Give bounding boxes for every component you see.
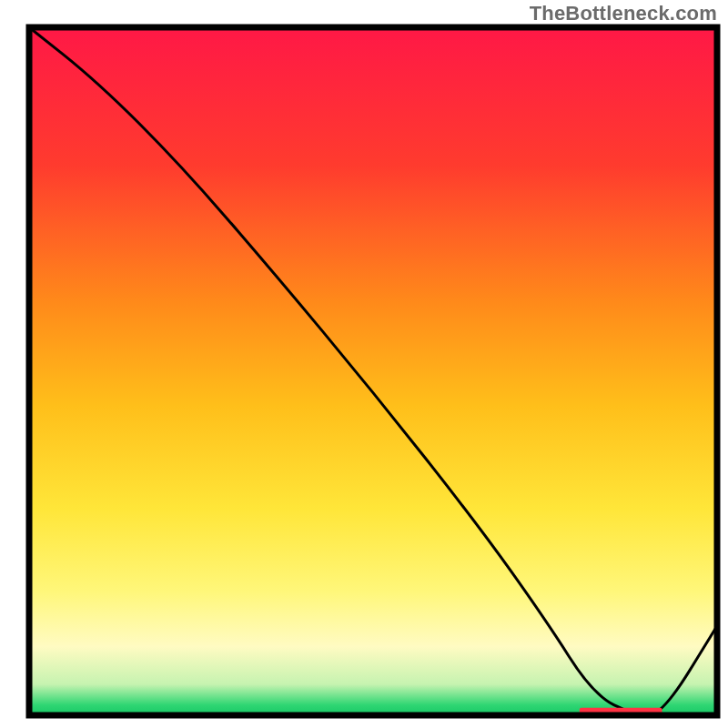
chart-container: TheBottleneck.com	[0, 0, 728, 728]
plot-background	[29, 27, 717, 715]
bottleneck-chart	[0, 0, 728, 728]
attribution-text: TheBottleneck.com	[530, 2, 717, 25]
